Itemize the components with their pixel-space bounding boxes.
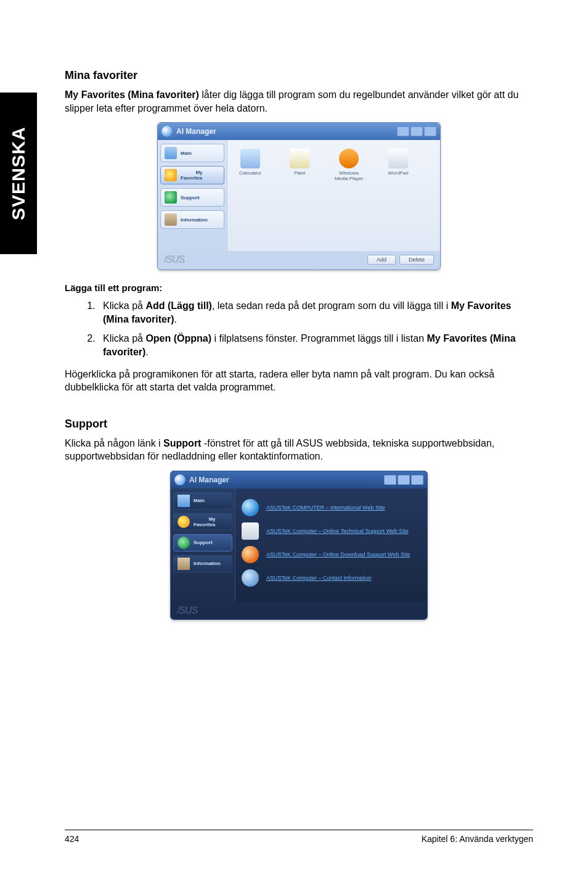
close-icon[interactable] [411, 475, 423, 485]
step-text: Klicka på [103, 333, 145, 344]
support-link-row: ASUSTeK Computer – Online Download Suppo… [242, 543, 421, 566]
window-controls [384, 475, 423, 485]
app-calculator[interactable]: Calculator [234, 149, 267, 182]
favorites-intro-bold: My Favorites (Mina favoriter) [65, 89, 199, 100]
app-label: Paint [294, 171, 305, 176]
app-paint[interactable]: Paint [283, 149, 316, 182]
ai-manager-window-favorites: AI Manager Main [157, 122, 441, 270]
win2-main-area: ASUSTeK COMPUTER – International Web Sit… [235, 489, 427, 602]
support-link-international[interactable]: ASUSTeK COMPUTER – International Web Sit… [266, 505, 385, 511]
ai-manager-window-support: AI Manager Main [170, 471, 428, 620]
win1-footer: /SUS Add Delete [158, 250, 440, 270]
maximize-icon[interactable] [398, 475, 410, 485]
main-icon [178, 495, 190, 507]
win1-sidebar: Main My Favorites Support Informati [158, 140, 227, 251]
app-logo-icon [161, 126, 173, 137]
add-button[interactable]: Add [367, 255, 396, 265]
win2-footer: /SUS [171, 602, 427, 619]
calculator-icon [240, 149, 260, 168]
sidebar-item-support[interactable]: Support [160, 188, 224, 207]
sidebar-item-label: Information [194, 561, 221, 566]
sidebar-item-main[interactable]: Main [173, 492, 232, 510]
minimize-icon[interactable] [397, 126, 409, 136]
sidebar-item-main[interactable]: Main [160, 144, 224, 162]
maximize-icon[interactable] [410, 126, 423, 136]
favorites-icon [178, 516, 190, 528]
window-controls [397, 126, 436, 136]
step-text: Klicka på [103, 300, 145, 311]
sidebar-item-label: Main [181, 151, 192, 156]
support-link-technical[interactable]: ASUSTeK Computer – Online Technical Supp… [266, 528, 409, 535]
steps-heading: Lägga till ett program: [65, 283, 533, 293]
step-text: . [145, 347, 148, 357]
sidebar-item-information[interactable]: Information [173, 555, 232, 572]
step-1: Klicka på Add (Lägg till), leta sedan re… [98, 299, 533, 326]
favorites-icon-row: Calculator Paint Windows Media Player [234, 149, 434, 182]
step-text: , leta sedan reda på det program som du … [212, 300, 451, 311]
page-icon [242, 522, 259, 540]
sidebar-item-label: Support [181, 195, 200, 200]
minimize-icon[interactable] [384, 475, 396, 485]
media-player-icon [339, 149, 359, 168]
favorites-heading: Mina favoriter [65, 69, 533, 82]
sidebar-item-label: Main [194, 498, 205, 503]
close-icon[interactable] [424, 126, 436, 136]
step-bold: Add (Lägg till) [145, 300, 212, 311]
page-content: Mina favoriter My Favorites (Mina favori… [65, 69, 533, 632]
paint-icon [290, 149, 309, 168]
sidebar-item-label: My Favorites [181, 170, 203, 181]
main-icon [165, 147, 177, 159]
sidebar-item-label: Support [194, 540, 213, 545]
globe-icon [242, 499, 259, 516]
step-bold: Open (Öppna) [145, 333, 211, 344]
download-icon [242, 546, 259, 563]
win2-title: AI Manager [189, 476, 229, 484]
screenshot-favorites-wrap: AI Manager Main [65, 122, 533, 270]
sidebar-item-information[interactable]: Information [160, 210, 224, 229]
app-label: WordPad [388, 171, 408, 176]
sidebar-item-favorites[interactable]: My Favorites [160, 166, 224, 184]
app-label: Windows Media Player [335, 171, 364, 182]
win1-title: AI Manager [176, 127, 216, 136]
support-link-row: ASUSTeK COMPUTER – International Web Sit… [242, 496, 421, 519]
support-link-download[interactable]: ASUSTeK Computer – Online Download Suppo… [266, 551, 410, 558]
step-2: Klicka på Open (Öppna) i filplatsens fön… [98, 332, 533, 358]
win1-titlebar: AI Manager [158, 123, 440, 140]
app-label: Calculator [239, 171, 261, 176]
information-icon [165, 213, 177, 226]
win1-main-area: Calculator Paint Windows Media Player [227, 140, 440, 251]
win2-titlebar: AI Manager [171, 471, 427, 489]
info-icon [242, 569, 259, 587]
support-link-row: ASUSTeK Computer – Contact Information [242, 566, 421, 590]
support-intro-bold: Support [163, 438, 201, 448]
sidebar-item-support[interactable]: Support [173, 534, 232, 551]
support-link-contact[interactable]: ASUSTeK Computer – Contact Information [266, 575, 372, 582]
support-icon [165, 191, 177, 204]
sidebar-item-favorites[interactable]: My Favorites [173, 513, 232, 530]
asus-logo: /SUS [164, 254, 184, 265]
sidebar-item-label: Information [181, 217, 208, 223]
sidebar-item-label: My Favorites [194, 516, 216, 527]
support-icon [178, 537, 190, 549]
page-footer: 424 Kapitel 6: Använda verktygen [65, 830, 533, 844]
support-intro-text: Klicka på någon länk i [65, 438, 163, 448]
language-tab: SVENSKA [0, 93, 37, 254]
asus-logo: /SUS [177, 605, 197, 616]
support-heading: Support [65, 418, 533, 431]
page-number: 424 [65, 834, 79, 844]
app-wordpad[interactable]: WordPad [382, 149, 415, 182]
context-paragraph: Högerklicka på programikonen för att sta… [65, 368, 533, 394]
screenshot-support-wrap: AI Manager Main [65, 471, 533, 620]
support-intro: Klicka på någon länk i Support -fönstret… [65, 437, 533, 463]
favorites-intro: My Favorites (Mina favoriter) låter dig … [65, 88, 533, 115]
step-text: . [174, 314, 177, 324]
steps-list: Klicka på Add (Lägg till), leta sedan re… [65, 299, 533, 358]
win2-sidebar: Main My Favorites Support Informati [171, 489, 235, 602]
information-icon [178, 558, 190, 570]
favorites-icon [165, 169, 177, 181]
wordpad-icon [388, 149, 408, 168]
app-windows-media-player[interactable]: Windows Media Player [332, 149, 365, 182]
delete-button[interactable]: Delete [399, 255, 434, 265]
language-tab-label: SVENSKA [8, 126, 29, 220]
support-link-row: ASUSTeK Computer – Online Technical Supp… [242, 519, 421, 543]
